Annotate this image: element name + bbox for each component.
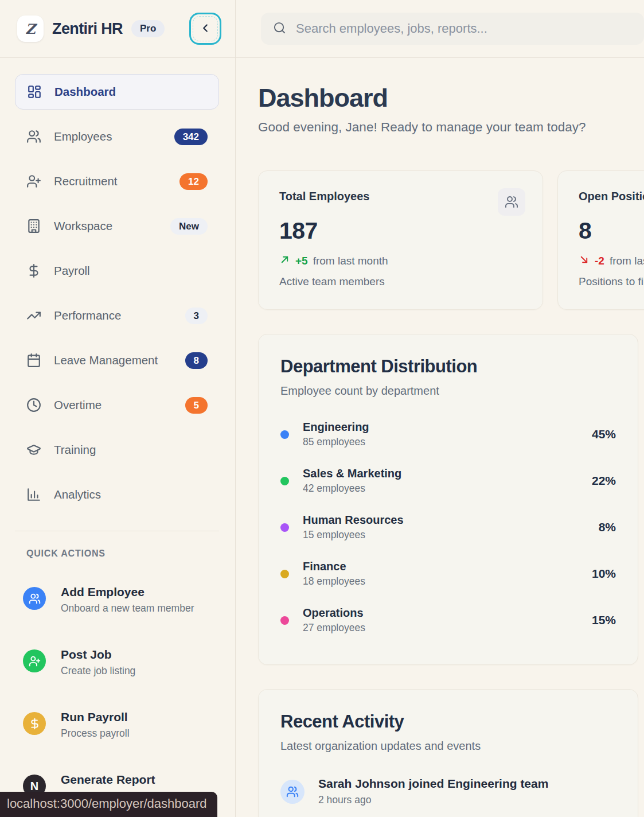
user-plus-icon: [23, 649, 46, 672]
sidebar-item-label: Dashboard: [54, 85, 116, 99]
stat-card-total-employees: Total Employees 187 +5 from last month A…: [258, 170, 543, 310]
department-row-engineering: Engineering 85 employees 45%: [280, 421, 616, 448]
department-count: 15 employees: [303, 529, 404, 541]
users-icon: [280, 780, 305, 804]
users-icon: [26, 129, 41, 144]
sidebar-item-training[interactable]: Training: [15, 432, 219, 468]
leave-count-badge: 8: [185, 352, 208, 369]
section-title: Department Distribution: [280, 356, 616, 377]
performance-count-badge: 3: [185, 308, 208, 324]
quick-action-title: Add Employee: [61, 585, 194, 599]
quick-actions-heading: QUICK ACTIONS: [26, 548, 235, 559]
sidebar-item-label: Recruitment: [54, 174, 118, 188]
department-count: 42 employees: [303, 483, 401, 495]
calendar-icon: [26, 353, 41, 368]
legend-dot: [280, 616, 289, 625]
plan-badge: Pro: [131, 20, 165, 37]
clock-icon: [26, 398, 41, 413]
stat-cards-row: Total Employees 187 +5 from last month A…: [258, 170, 644, 310]
department-count: 27 employees: [303, 622, 365, 634]
legend-dot: [280, 523, 289, 532]
quick-action-post-job[interactable]: Post Job Create job listing: [23, 648, 219, 677]
department-row-finance: Finance 18 employees 10%: [280, 560, 616, 588]
quick-action-title: Generate Report: [61, 773, 162, 787]
department-count: 18 employees: [303, 575, 365, 588]
recruitment-count-badge: 12: [179, 173, 208, 190]
sidebar-divider: [15, 531, 219, 531]
sidebar-item-dashboard[interactable]: Dashboard: [15, 74, 219, 110]
dollar-icon: [23, 712, 46, 735]
department-distribution-card: Department Distribution Employee count b…: [258, 334, 638, 665]
sidebar-item-employees[interactable]: Employees 342: [15, 119, 219, 154]
trend-suffix: from last month: [313, 255, 388, 267]
quick-action-subtitle: Process payroll: [61, 727, 130, 740]
trend-suffix: from last month: [610, 255, 644, 267]
stat-caption: Active team members: [279, 275, 522, 288]
department-name: Sales & Marketing: [303, 467, 401, 480]
quick-action-subtitle: Create job listing: [61, 665, 135, 677]
quick-action-title: Run Payroll: [61, 710, 130, 724]
sidebar-item-label: Performance: [54, 309, 121, 322]
section-title: Recent Activity: [280, 711, 616, 732]
bar-chart-icon: [26, 487, 41, 502]
department-rows: Engineering 85 employees 45% Sales & Mar…: [280, 421, 616, 634]
sidebar-nav: Dashboard Employees 342 Recruitment 12 W…: [0, 58, 235, 522]
dashboard-icon: [27, 84, 42, 99]
users-icon: [23, 587, 46, 610]
chevron-left-icon: [199, 22, 212, 36]
search-box[interactable]: [261, 13, 644, 45]
sidebar-item-performance[interactable]: Performance 3: [15, 298, 219, 333]
department-name: Finance: [303, 560, 365, 573]
workspace-new-badge: New: [170, 218, 208, 235]
stat-value: 187: [279, 217, 522, 244]
department-row-operations: Operations 27 employees 15%: [280, 606, 616, 634]
sidebar-collapse-button[interactable]: [189, 13, 221, 45]
department-percent: 15%: [592, 613, 616, 627]
sidebar-item-leave-management[interactable]: Leave Management 8: [15, 343, 219, 378]
stat-card-open-positions: Open Positions 8 -2 from last month Posi…: [557, 170, 644, 310]
department-name: Engineering: [303, 421, 369, 434]
arrow-up-right-icon: [279, 254, 290, 268]
sidebar-item-analytics[interactable]: Analytics: [15, 477, 219, 512]
sidebar-item-overtime[interactable]: Overtime 5: [15, 387, 219, 423]
sidebar-item-workspace[interactable]: Workspace New: [15, 208, 219, 244]
building-icon: [26, 219, 41, 234]
department-count: 85 employees: [303, 436, 369, 448]
sidebar-item-payroll[interactable]: Payroll: [15, 253, 219, 289]
recent-activity-card: Recent Activity Latest organization upda…: [258, 689, 638, 817]
sidebar-item-label: Training: [54, 443, 96, 457]
sidebar-item-label: Analytics: [54, 488, 101, 501]
dollar-icon: [26, 263, 41, 278]
legend-dot: [280, 477, 289, 485]
quick-action-add-employee[interactable]: Add Employee Onboard a new team member: [23, 585, 219, 614]
department-name: Operations: [303, 606, 365, 620]
quick-action-title: Post Job: [61, 648, 135, 662]
department-row-sales-marketing: Sales & Marketing 42 employees 22%: [280, 467, 616, 495]
sidebar-item-label: Overtime: [54, 398, 102, 412]
sidebar-item-recruitment[interactable]: Recruitment 12: [15, 164, 219, 199]
stat-caption: Positions to fill: [579, 275, 644, 288]
sidebar-header: Z Zentiri HR Pro: [0, 0, 235, 58]
search-icon: [273, 21, 286, 37]
stat-label: Open Positions: [579, 190, 644, 203]
sidebar-item-label: Leave Management: [54, 353, 158, 367]
department-row-human-resources: Human Resources 15 employees 8%: [280, 513, 616, 541]
section-subtitle: Employee count by department: [280, 384, 616, 398]
user-plus-icon: [26, 174, 41, 189]
department-name: Human Resources: [303, 513, 404, 527]
activity-time: 2 hours ago: [318, 794, 548, 806]
stat-label: Total Employees: [279, 190, 522, 203]
sidebar-item-label: Employees: [54, 130, 112, 143]
graduation-cap-icon: [26, 442, 41, 457]
trending-up-icon: [26, 308, 41, 323]
activity-text: Sarah Johnson joined Engineering team: [318, 777, 548, 791]
section-subtitle: Latest organization updates and events: [280, 740, 616, 753]
overtime-count-badge: 5: [185, 397, 208, 414]
search-input[interactable]: [296, 21, 632, 36]
arrow-down-right-icon: [579, 254, 590, 268]
app-window: Z Zentiri HR Pro Dashboard Employees 342…: [0, 0, 644, 817]
department-percent: 8%: [599, 520, 616, 534]
page-greeting: Good evening, Jane! Ready to manage your…: [258, 120, 644, 135]
department-percent: 45%: [592, 427, 616, 441]
quick-action-run-payroll[interactable]: Run Payroll Process payroll: [23, 710, 219, 740]
